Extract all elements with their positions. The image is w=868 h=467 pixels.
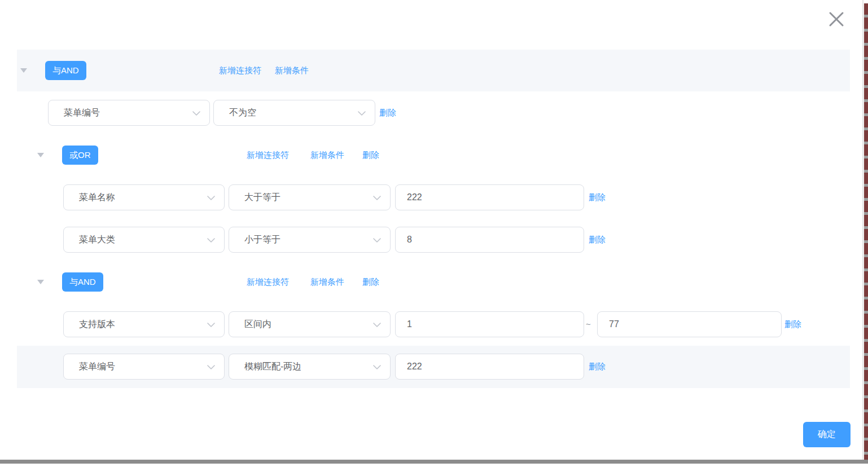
condition-row: 菜单名称 大于等于 删除 xyxy=(0,184,868,210)
condition-row: 菜单编号 不为空 删除 xyxy=(0,100,868,126)
value-input[interactable] xyxy=(395,354,584,380)
range-separator: ~ xyxy=(586,311,591,337)
delete-condition-link[interactable]: 删除 xyxy=(379,100,396,126)
add-condition-link[interactable]: 新增条件 xyxy=(310,146,344,165)
query-condition-builder-dialog: 与AND 新增连接符 新增条件 菜单编号 不为空 删除 或OR 新增连接符 新增… xyxy=(0,0,868,467)
field-select[interactable]: 菜单编号 xyxy=(63,354,225,380)
confirm-button[interactable]: 确定 xyxy=(803,422,851,447)
chevron-down-icon xyxy=(373,238,381,243)
field-select[interactable]: 支持版本 xyxy=(63,311,225,337)
collapse-caret-icon[interactable] xyxy=(37,280,44,284)
connector-type-button[interactable]: 与AND xyxy=(62,272,103,292)
delete-condition-link[interactable]: 删除 xyxy=(784,311,801,337)
condition-row: 菜单编号 模糊匹配-两边 删除 xyxy=(0,354,868,380)
operator-select[interactable]: 模糊匹配-两边 xyxy=(229,354,391,380)
condition-row: 菜单大类 小于等于 删除 xyxy=(0,227,868,253)
chevron-down-icon xyxy=(192,111,200,116)
value-input[interactable] xyxy=(395,227,584,253)
delete-condition-link[interactable]: 删除 xyxy=(589,227,606,253)
chevron-down-icon xyxy=(207,196,215,200)
add-condition-link[interactable]: 新增条件 xyxy=(310,272,344,292)
chevron-down-icon xyxy=(373,196,381,200)
range-max-input[interactable] xyxy=(597,311,782,337)
operator-select[interactable]: 区间内 xyxy=(229,311,391,337)
operator-select[interactable]: 不为空 xyxy=(213,100,375,126)
close-icon[interactable] xyxy=(824,8,849,33)
connector-row-nested: 或OR 新增连接符 新增条件 删除 xyxy=(0,146,868,165)
chevron-down-icon xyxy=(373,323,381,327)
add-connector-link[interactable]: 新增连接符 xyxy=(247,272,289,292)
delete-condition-link[interactable]: 删除 xyxy=(589,184,606,210)
chevron-down-icon xyxy=(207,365,215,369)
collapse-caret-icon[interactable] xyxy=(20,68,27,73)
window-right-border xyxy=(864,3,868,460)
field-select[interactable]: 菜单大类 xyxy=(63,227,225,253)
operator-select[interactable]: 大于等于 xyxy=(229,184,391,210)
delete-group-link[interactable]: 删除 xyxy=(362,272,379,292)
add-condition-link[interactable]: 新增条件 xyxy=(275,50,309,91)
field-select[interactable]: 菜单名称 xyxy=(63,184,225,210)
collapse-caret-icon[interactable] xyxy=(37,153,44,157)
connector-row-nested: 与AND 新增连接符 新增条件 删除 xyxy=(0,272,868,292)
field-select[interactable]: 菜单编号 xyxy=(48,100,210,126)
connector-type-button[interactable]: 与AND xyxy=(45,61,86,80)
operator-select[interactable]: 小于等于 xyxy=(229,227,391,253)
add-connector-link[interactable]: 新增连接符 xyxy=(219,50,261,91)
chevron-down-icon xyxy=(358,111,366,116)
chevron-down-icon xyxy=(207,323,215,327)
delete-group-link[interactable]: 删除 xyxy=(362,146,379,165)
window-bottom-border xyxy=(0,460,868,464)
delete-condition-link[interactable]: 删除 xyxy=(589,354,606,380)
value-input[interactable] xyxy=(395,184,584,210)
chevron-down-icon xyxy=(373,365,381,369)
chevron-down-icon xyxy=(207,238,215,243)
connector-type-button[interactable]: 或OR xyxy=(62,146,98,165)
dialog-right-edge xyxy=(862,0,863,460)
add-connector-link[interactable]: 新增连接符 xyxy=(247,146,289,165)
condition-row-range: 支持版本 区间内 ~ 删除 xyxy=(0,311,868,337)
connector-row-root: 与AND 新增连接符 新增条件 xyxy=(0,50,868,91)
range-min-input[interactable] xyxy=(395,311,584,337)
